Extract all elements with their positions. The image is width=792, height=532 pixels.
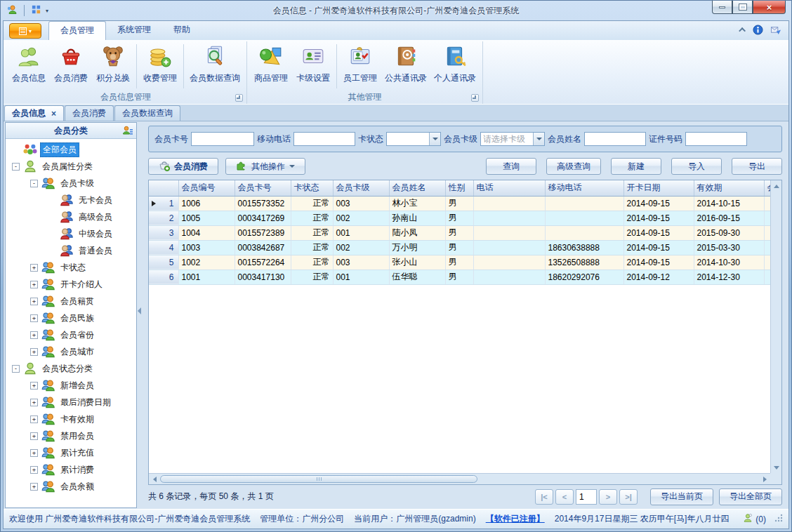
expand-node-icon[interactable]: +	[30, 466, 38, 474]
expand-node-icon[interactable]: +	[30, 449, 38, 457]
license-link[interactable]: 【软件已注册】	[486, 513, 545, 525]
tree-item[interactable]: + 会员城市	[7, 343, 136, 360]
tree-item[interactable]: 无卡会员	[7, 192, 136, 208]
expand-node-icon[interactable]: +	[30, 298, 38, 305]
column-header[interactable]: 会员卡号	[235, 180, 291, 196]
expand-node-icon[interactable]: +	[30, 399, 38, 406]
new-button[interactable]: 新建	[611, 158, 661, 175]
chevron-down-icon[interactable]: ▾	[46, 8, 48, 14]
column-header[interactable]: 会员编号	[178, 180, 235, 196]
layout-icon[interactable]	[31, 4, 41, 17]
table-row[interactable]: 510020015572264正常003张小山男135265088882014-…	[149, 255, 770, 270]
member-consume-button[interactable]: 会员消费	[148, 158, 218, 175]
tree-item[interactable]: 普通会员	[7, 242, 136, 259]
scroll-up-icon[interactable]	[772, 182, 781, 190]
close-button[interactable]: ×	[753, 1, 786, 14]
feedback-icon[interactable]	[770, 25, 781, 35]
collapse-node-icon[interactable]: -	[30, 180, 38, 187]
expand-node-icon[interactable]: +	[30, 348, 38, 356]
expand-node-icon[interactable]: +	[30, 483, 38, 491]
export-button[interactable]: 导出	[732, 158, 782, 175]
tree-item[interactable]: + 累计消费	[7, 461, 136, 478]
page-number-input[interactable]: 1	[576, 489, 597, 505]
ribbon-button[interactable]: 商品管理	[250, 43, 292, 90]
tree-item[interactable]: - 会员状态分类	[7, 360, 136, 377]
row-header[interactable]: 2	[149, 211, 178, 225]
card-level-select[interactable]: 请选择卡级	[480, 132, 545, 146]
scrollbar-thumb[interactable]	[160, 475, 477, 483]
expand-node-icon[interactable]: +	[30, 415, 38, 423]
ribbon-button[interactable]: 积分兑换	[92, 43, 134, 90]
id-number-input[interactable]	[685, 132, 747, 146]
table-row[interactable]: 110060015573352正常003林小宝男2014-09-152014-1…	[149, 196, 770, 211]
ribbon-button[interactable]: 员工管理	[339, 43, 381, 90]
next-page-button[interactable]: >	[599, 489, 617, 505]
tree-item[interactable]: + 开卡介绍人	[7, 276, 136, 293]
expand-node-icon[interactable]: +	[30, 264, 38, 272]
table-row[interactable]: 310040015572389正常001陆小凤男2014-09-152015-0…	[149, 225, 770, 240]
ribbon-button[interactable]: 会员信息	[8, 43, 50, 90]
column-header[interactable]: 性别	[445, 180, 473, 196]
close-tab-icon[interactable]: ×	[51, 110, 56, 117]
dialog-launcher-icon[interactable]	[471, 94, 479, 102]
expand-node-icon[interactable]: +	[30, 314, 38, 322]
resize-grip[interactable]	[774, 514, 783, 524]
tree-item[interactable]: 高级会员	[7, 208, 136, 225]
ribbon-tab[interactable]: 会员管理	[48, 21, 106, 40]
column-header[interactable]: 会员卡级	[333, 180, 389, 196]
ribbon-button[interactable]: 会员数据查询	[186, 43, 244, 90]
expand-node-icon[interactable]: +	[30, 432, 38, 440]
row-header[interactable]: 3	[149, 225, 178, 240]
tree-item[interactable]: + 会员余额	[7, 478, 136, 495]
scroll-down-icon[interactable]	[772, 463, 781, 472]
dialog-launcher-icon[interactable]	[235, 94, 243, 102]
prev-page-button[interactable]: <	[555, 489, 574, 505]
mobile-input[interactable]	[293, 132, 355, 146]
expand-node-icon[interactable]: +	[30, 331, 38, 339]
ribbon-tab[interactable]: 系统管理	[106, 21, 162, 40]
tree-item[interactable]: 全部会员	[7, 141, 136, 158]
last-page-button[interactable]: >|	[619, 489, 638, 505]
column-header[interactable]: 会员	[764, 180, 770, 196]
ribbon-button[interactable]: 收费管理	[139, 43, 181, 90]
expand-node-icon[interactable]: +	[30, 382, 38, 390]
column-header[interactable]: 卡状态	[291, 180, 333, 196]
card-status-select[interactable]	[386, 132, 441, 146]
app-menu-button[interactable]: ▾	[9, 23, 41, 39]
import-button[interactable]: 导入	[671, 158, 722, 175]
expand-node-icon[interactable]: +	[30, 281, 38, 288]
table-row[interactable]: 210050003417269正常002孙南山男2014-09-152016-0…	[149, 211, 770, 225]
table-row[interactable]: 410030003842687正常002万小明男186306388882014-…	[149, 240, 770, 255]
tree-item[interactable]: + 卡有效期	[7, 411, 136, 427]
chevron-down-icon[interactable]	[429, 133, 440, 145]
tree-item[interactable]: + 最后消费日期	[7, 394, 136, 411]
document-tab[interactable]: 会员信息 ×	[4, 105, 64, 121]
horizontal-scrollbar[interactable]	[149, 473, 770, 484]
tree-item[interactable]: + 禁用会员	[7, 427, 136, 444]
row-header[interactable]: 4	[149, 240, 178, 255]
about-icon[interactable]	[753, 25, 763, 35]
first-page-button[interactable]: |<	[535, 489, 553, 505]
tree-item[interactable]: + 卡状态	[7, 259, 136, 276]
title-bar[interactable]: 会员信息 - 广州爱奇迪软件科技有限公司-广州爱奇迪会员管理系统 ▾ ×	[1, 1, 791, 20]
sidebar-splitter[interactable]	[137, 121, 143, 509]
row-header[interactable]: 6	[149, 270, 178, 284]
tree-item[interactable]: - 会员属性分类	[7, 158, 136, 175]
chevron-down-icon[interactable]	[533, 133, 544, 145]
member-name-input[interactable]	[584, 132, 646, 146]
tree-item[interactable]: 中级会员	[7, 225, 136, 242]
table-row[interactable]: 610010003417130正常001伍华聪男186202920762014-…	[149, 270, 770, 284]
tree-item[interactable]: + 会员民族	[7, 310, 136, 326]
query-button[interactable]: 查询	[486, 158, 536, 175]
more-operations-button[interactable]: 其他操作	[225, 158, 305, 175]
ribbon-button[interactable]: 会员消费	[50, 43, 92, 90]
row-header[interactable]: 1	[149, 196, 178, 211]
collapse-node-icon[interactable]: -	[12, 163, 20, 171]
column-header[interactable]: 移动电话	[545, 180, 623, 196]
ribbon-tab[interactable]: 帮助	[162, 21, 202, 40]
collapse-node-icon[interactable]: -	[12, 365, 20, 373]
export-all-pages-button[interactable]: 导出全部页	[719, 488, 782, 505]
document-tab[interactable]: 会员消费	[65, 105, 114, 121]
category-settings-icon[interactable]	[122, 125, 133, 138]
tree-item[interactable]: + 会员籍贯	[7, 293, 136, 310]
